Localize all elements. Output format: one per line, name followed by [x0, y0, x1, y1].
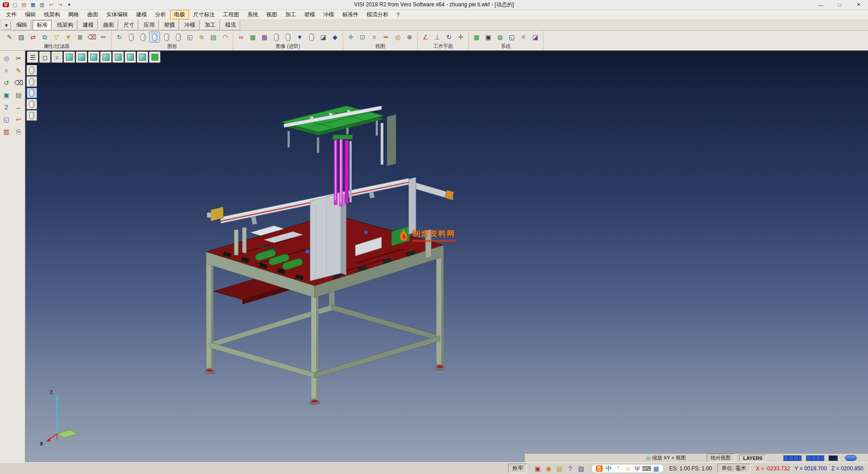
ime-mic-icon[interactable]: Ψ	[633, 465, 641, 473]
measure-icon[interactable]: ↔	[13, 102, 24, 113]
tab-overflow-button[interactable]: ▾	[2, 21, 11, 30]
tab-尺寸[interactable]: 尺寸	[119, 20, 138, 30]
graphics-database-icon[interactable]: ▤	[208, 32, 219, 43]
minimize-button[interactable]: —	[811, 0, 830, 9]
advanced-battery-icon[interactable]	[271, 32, 282, 43]
menu-item-加工[interactable]: 加工	[281, 10, 300, 19]
redo-icon[interactable]: ↪	[56, 1, 64, 9]
layers-chart-icon[interactable]: ▥	[1, 126, 12, 137]
menu-item-冲模[interactable]: 冲模	[319, 10, 338, 19]
attributes-copy-icon[interactable]: ▧	[16, 32, 27, 43]
zoom-window-icon[interactable]: ⊡	[357, 32, 368, 43]
graphics-magnet-icon[interactable]: ◠	[220, 32, 231, 43]
tab-线架构[interactable]: 线架构	[53, 20, 77, 30]
view-left-icon[interactable]	[100, 52, 112, 63]
advanced-render-glasses-icon[interactable]: ∞	[236, 32, 246, 43]
view-previous-icon[interactable]: ⊕	[404, 32, 415, 43]
notification-pill[interactable]	[845, 455, 857, 461]
tab-建模[interactable]: 建模	[79, 20, 98, 30]
menu-item-?[interactable]: ?	[392, 11, 404, 19]
move-copy-icon[interactable]: ◱	[1, 114, 12, 125]
close-button[interactable]: ✕	[849, 0, 868, 9]
status-help-icon[interactable]: ?	[565, 464, 575, 474]
view-top-icon[interactable]	[125, 52, 136, 63]
workplane-rotate-icon[interactable]: ↻	[443, 32, 454, 43]
save-icon[interactable]: ▦	[29, 1, 37, 9]
view-right-icon[interactable]	[113, 52, 124, 63]
ime-emoji-icon[interactable]: ☺	[623, 465, 632, 473]
print-icon[interactable]: ▥	[38, 1, 46, 9]
active-layer-button[interactable]: LAYER0	[739, 455, 766, 462]
menu-item-塑模[interactable]: 塑模	[300, 10, 319, 19]
menu-item-建模[interactable]: 建模	[132, 10, 151, 19]
display-filter-wireframe-icon[interactable]	[27, 65, 37, 76]
view-front-icon[interactable]	[76, 52, 87, 63]
tab-应用[interactable]: 应用	[140, 20, 159, 30]
notes-icon[interactable]: ▤	[13, 90, 24, 100]
system-window-icon[interactable]: ◱	[506, 32, 517, 43]
open-file-icon[interactable]: ▤	[20, 1, 28, 9]
workplane-compass-icon[interactable]: ✛	[455, 32, 466, 43]
graphics-wireframe-icon[interactable]	[126, 32, 137, 43]
sketch-pencil-icon[interactable]: ✎	[13, 65, 24, 76]
tab-加工[interactable]: 加工	[201, 20, 220, 30]
attributes-link-icon[interactable]: ⧉	[39, 32, 50, 43]
display-filter-shaded-icon[interactable]	[27, 76, 37, 87]
zoom-icon[interactable]: ◎	[1, 53, 12, 64]
system-plane-icon[interactable]: ◪	[530, 32, 541, 43]
graphics-layers-icon[interactable]: ≋	[196, 32, 207, 43]
tab-冲模[interactable]: 冲模	[180, 20, 199, 30]
zoom-extents-icon[interactable]: ⌗	[369, 32, 380, 43]
view-sketch-icon[interactable]: ✏	[381, 32, 392, 43]
view-bottom-icon[interactable]	[137, 52, 148, 63]
menu-item-线架构[interactable]: 线架构	[40, 10, 64, 19]
menu-item-工程图[interactable]: 工程图	[219, 10, 243, 19]
new-file-icon[interactable]: ▢	[11, 1, 19, 9]
layer-color-bar-3[interactable]	[829, 455, 838, 461]
view-axonometric-icon[interactable]	[149, 52, 160, 63]
advanced-texture-icon[interactable]: ▩	[259, 32, 270, 43]
advanced-section-icon[interactable]: ◪	[318, 32, 329, 43]
view-mode-indicator[interactable]: 绝对视图	[707, 454, 735, 462]
curve-2d-icon[interactable]: 2	[1, 102, 12, 113]
tab-曲面[interactable]: 曲面	[99, 20, 118, 30]
menu-item-曲面[interactable]: 曲面	[83, 10, 102, 19]
menu-item-模流分析[interactable]: 模流分析	[363, 10, 392, 19]
advanced-filter-icon[interactable]: ▼	[294, 32, 305, 43]
dynamic-rotate-icon[interactable]: ↺	[1, 77, 12, 88]
advanced-cube-icon[interactable]: ◆	[330, 32, 340, 43]
workplane-align-icon[interactable]: ⊥	[432, 32, 443, 43]
attributes-edit-icon[interactable]: ✎	[4, 32, 15, 43]
system-world-icon[interactable]: ◍	[495, 32, 505, 43]
undo-icon[interactable]: ↩	[47, 1, 55, 9]
layer-color-bar-1[interactable]	[783, 455, 802, 461]
sogou-logo-icon[interactable]: S	[595, 465, 603, 473]
tab-编辑[interactable]: 编辑	[12, 20, 31, 30]
graphics-hidden-line-icon[interactable]	[137, 32, 148, 43]
menu-item-系统[interactable]: 系统	[243, 10, 262, 19]
attributes-swap-icon[interactable]: ⇄	[28, 32, 38, 43]
advanced-materials-icon[interactable]: ▦	[247, 32, 258, 43]
graphics-shaded-icon[interactable]	[149, 32, 160, 43]
filter-brush-icon[interactable]: ✏	[98, 32, 109, 43]
undo-step-icon[interactable]: ↩	[13, 114, 24, 125]
menu-item-视图[interactable]: 视图	[262, 10, 281, 19]
status-display-icon[interactable]: ▣	[533, 464, 542, 474]
status-snap-icon[interactable]: ◉	[543, 464, 553, 474]
ime-toolbox-icon[interactable]: ▦	[652, 465, 660, 473]
filter-list-icon[interactable]: ≣	[75, 32, 85, 43]
menu-item-电极[interactable]: 电极	[170, 10, 189, 19]
3d-viewport[interactable]: ☰◻⌗	[25, 51, 868, 462]
system-display-icon[interactable]: ▣	[483, 32, 494, 43]
tab-模流[interactable]: 模流	[221, 20, 240, 30]
snap-grid-icon[interactable]: ⌗	[1, 65, 12, 76]
solid-view-icon[interactable]: ▣	[1, 90, 12, 100]
display-filter-solid-icon[interactable]	[27, 88, 37, 98]
workplane-create-icon[interactable]: ∠	[420, 32, 431, 43]
erase-icon[interactable]: ⌫	[13, 77, 24, 88]
graphics-box-icon[interactable]: ◱	[184, 32, 195, 43]
ime-punct-icon[interactable]: ’	[614, 465, 622, 473]
menu-item-实体编辑[interactable]: 实体编辑	[102, 10, 132, 19]
advanced-battery-2-icon[interactable]	[283, 32, 293, 43]
ime-lang-icon[interactable]: 中	[604, 465, 613, 473]
